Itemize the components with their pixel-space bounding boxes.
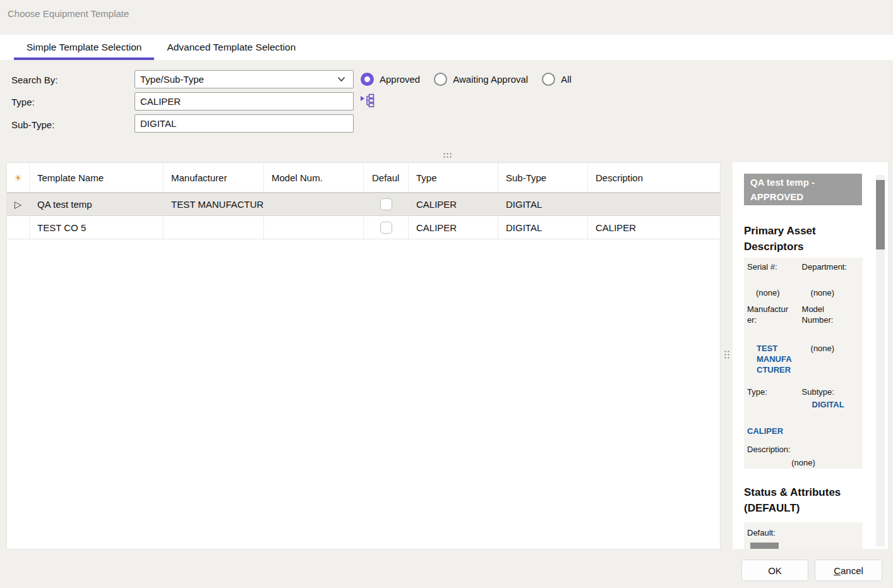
cancel-button-accesskey: C xyxy=(834,565,841,576)
cell-manufacturer: TEST MANUFACTURER xyxy=(164,193,264,215)
description-label: Description: xyxy=(747,444,860,455)
table-row-test-co-5[interactable]: TEST CO 5 CALIPER DIGITAL CALIPER xyxy=(7,216,720,239)
detail-type-label: Type: xyxy=(747,387,793,397)
radio-approved[interactable]: Approved xyxy=(361,73,420,86)
template-detail-panel: QA test temp - APPROVED Primary Asset De… xyxy=(733,162,889,549)
cell-type: CALIPER xyxy=(409,193,498,215)
column-header-template-name[interactable]: Template Name xyxy=(30,163,164,192)
department-value: (none) xyxy=(811,287,860,298)
sub-type-input[interactable] xyxy=(135,114,354,133)
radio-all-label: All xyxy=(561,74,572,85)
approval-radio-group: Approved Awaiting Approval All xyxy=(361,70,572,88)
column-header-sub-type[interactable]: Sub-Type xyxy=(498,163,588,192)
detail-header-badge: QA test temp - APPROVED xyxy=(744,174,862,205)
department-label: Department: xyxy=(802,261,854,272)
detail-type-value: CALIPER xyxy=(747,426,802,436)
status-attributes-title: Status & Attributes (DEFAULT) xyxy=(744,484,865,516)
cell-model-num xyxy=(264,193,364,215)
default-value-clipped-bar xyxy=(750,543,779,549)
column-header-model-num[interactable]: Model Num. xyxy=(264,163,364,192)
detail-scrollbar-thumb[interactable] xyxy=(876,180,885,249)
row-selector-cell: ▷ xyxy=(7,193,30,215)
table-row-qa-test-temp[interactable]: ▷ QA test temp TEST MANUFACTURER CALIPER… xyxy=(7,193,720,216)
column-header-description[interactable]: Description xyxy=(588,163,721,192)
detail-field-columns: Serial #: (none) Manufacturer: TEST MANU… xyxy=(747,261,860,436)
detail-subtype-value: DIGITAL xyxy=(812,399,860,410)
column-header-default[interactable]: Defaul xyxy=(364,163,409,192)
cell-sub-type: DIGITAL xyxy=(498,216,588,239)
cancel-button[interactable]: Cancel xyxy=(815,560,882,581)
tab-advanced-label: Advanced Template Selection xyxy=(167,42,296,53)
detail-scrollbar-track[interactable] xyxy=(876,175,885,546)
radio-awaiting-circle-icon xyxy=(434,73,447,86)
type-hierarchy-icon[interactable] xyxy=(360,93,375,107)
search-by-selected-value: Type/Sub-Type xyxy=(140,74,204,85)
row-selector-arrow-icon: ▷ xyxy=(15,200,22,209)
chevron-down-icon xyxy=(337,76,345,82)
ok-button-label: OK xyxy=(768,565,782,576)
model-number-value: (none) xyxy=(811,343,860,354)
cell-default xyxy=(364,216,409,239)
cell-description: CALIPER xyxy=(588,216,721,239)
column-header-type[interactable]: Type xyxy=(409,163,498,192)
default-checkbox[interactable] xyxy=(380,198,392,210)
radio-approved-label: Approved xyxy=(380,74,420,85)
model-number-label: Model Number: xyxy=(802,304,854,325)
manufacturer-value: TEST MANUFACTURER xyxy=(757,343,796,375)
detail-right-column: Department: (none) Model Number: (none) … xyxy=(802,261,860,436)
manufacturer-label: Manufacturer: xyxy=(747,304,793,325)
radio-all[interactable]: All xyxy=(542,73,572,86)
cell-manufacturer xyxy=(164,216,264,239)
template-grid: ☀ Template Name Manufacturer Model Num. … xyxy=(6,162,721,549)
horizontal-splitter-grip[interactable] xyxy=(443,152,452,158)
cell-model-num xyxy=(264,216,364,239)
primary-asset-fieldbox: Serial #: (none) Manufacturer: TEST MANU… xyxy=(744,258,863,469)
sub-type-label: Sub-Type: xyxy=(11,119,54,130)
radio-approved-circle-icon xyxy=(361,73,374,86)
tab-advanced-template-selection[interactable]: Advanced Template Selection xyxy=(154,35,308,60)
search-by-dropdown[interactable]: Type/Sub-Type xyxy=(135,70,354,88)
description-value: (none) xyxy=(747,457,860,468)
radio-all-circle-icon xyxy=(542,73,555,86)
cell-template-name: QA test temp xyxy=(30,193,164,215)
ok-button[interactable]: OK xyxy=(741,560,808,581)
cell-template-name: TEST CO 5 xyxy=(30,216,164,239)
cell-default xyxy=(364,193,409,215)
radio-awaiting-approval[interactable]: Awaiting Approval xyxy=(434,73,528,86)
serial-label: Serial #: xyxy=(747,261,793,272)
cell-description xyxy=(588,193,721,215)
default-checkbox[interactable] xyxy=(380,222,392,234)
tab-simple-template-selection[interactable]: Simple Template Selection xyxy=(14,35,154,60)
radio-awaiting-label: Awaiting Approval xyxy=(453,74,528,85)
choose-equipment-template-dialog: Choose Equipment Template Simple Templat… xyxy=(0,0,893,588)
primary-asset-descriptors-title: Primary Asset Descriptors xyxy=(744,223,865,255)
cancel-button-label: ancel xyxy=(841,565,863,576)
detail-subtype-label: Subtype: xyxy=(802,387,854,397)
tab-bar: Simple Template Selection Advanced Templ… xyxy=(0,35,893,60)
grid-settings-header-cell[interactable]: ☀ xyxy=(7,163,30,192)
cell-type: CALIPER xyxy=(409,216,498,239)
row-selector-cell xyxy=(7,216,30,239)
column-header-manufacturer[interactable]: Manufacturer xyxy=(164,163,264,192)
vertical-splitter-grip[interactable] xyxy=(724,350,729,359)
serial-value: (none) xyxy=(756,287,802,298)
status-attributes-fieldbox: Default: xyxy=(744,522,863,549)
settings-sun-icon: ☀ xyxy=(14,173,22,183)
dialog-title: Choose Equipment Template xyxy=(8,8,129,19)
tab-simple-label: Simple Template Selection xyxy=(27,42,141,53)
type-label: Type: xyxy=(11,97,35,107)
search-by-label: Search By: xyxy=(11,75,57,85)
grid-header-row: ☀ Template Name Manufacturer Model Num. … xyxy=(7,163,720,193)
type-input[interactable] xyxy=(135,92,354,111)
detail-left-column: Serial #: (none) Manufacturer: TEST MANU… xyxy=(747,261,802,436)
cell-sub-type: DIGITAL xyxy=(498,193,588,215)
detail-default-label: Default: xyxy=(747,526,860,538)
